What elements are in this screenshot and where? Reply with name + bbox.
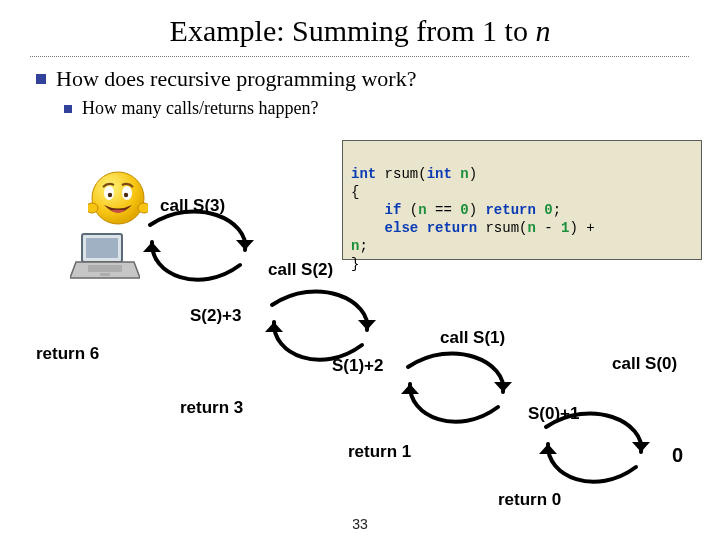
title-em: n xyxy=(535,14,550,47)
label-call-s1: call S(1) xyxy=(440,328,505,348)
smiley-icon xyxy=(88,168,148,228)
svg-marker-17 xyxy=(632,442,650,452)
label-call-s0: call S(0) xyxy=(612,354,677,374)
label-s2p3: S(2)+3 xyxy=(190,306,242,326)
svg-point-3 xyxy=(104,186,114,200)
svg-marker-15 xyxy=(494,382,512,392)
code-text xyxy=(351,202,385,218)
label-zero: 0 xyxy=(672,444,683,467)
code-var: n xyxy=(527,220,535,236)
svg-point-0 xyxy=(92,172,144,224)
code-text: ( xyxy=(401,202,418,218)
code-param: n xyxy=(460,166,468,182)
code-brace: { xyxy=(351,184,359,200)
bullet-square-icon xyxy=(64,105,72,113)
code-text: == xyxy=(427,202,461,218)
code-text: - xyxy=(536,220,561,236)
slide-title: Example: Summing from 1 to n xyxy=(0,14,720,48)
label-return-0: return 0 xyxy=(498,490,561,510)
recursion-arc-1 xyxy=(140,210,260,280)
code-num: 0 xyxy=(460,202,468,218)
bullet1-text: How does recursive programming work? xyxy=(56,66,416,91)
label-return-3: return 3 xyxy=(180,398,243,418)
code-text xyxy=(351,220,385,236)
code-num: 0 xyxy=(544,202,552,218)
title-text: Example: Summing from 1 to xyxy=(170,14,536,47)
svg-rect-9 xyxy=(88,265,122,272)
recursion-arc-2 xyxy=(262,290,382,360)
label-call-s2: call S(2) xyxy=(268,260,333,280)
code-text: rsum( xyxy=(477,220,527,236)
svg-marker-14 xyxy=(265,322,283,332)
svg-rect-10 xyxy=(100,273,110,276)
label-call-s3: call S(3) xyxy=(160,196,225,216)
label-return-1: return 1 xyxy=(348,442,411,462)
svg-marker-18 xyxy=(539,444,557,454)
svg-rect-8 xyxy=(86,238,118,258)
code-text xyxy=(418,220,426,236)
kw-return: return xyxy=(427,220,477,236)
title-underline xyxy=(30,56,690,57)
bullet-level-1: How does recursive programming work? xyxy=(36,66,416,92)
page-number: 33 xyxy=(0,516,720,532)
kw-if: if xyxy=(385,202,402,218)
code-brace: } xyxy=(351,256,359,272)
label-return-6: return 6 xyxy=(36,344,99,364)
code-text: ) xyxy=(469,166,477,182)
svg-point-5 xyxy=(108,193,112,197)
code-text: ) + xyxy=(570,220,604,236)
svg-marker-11 xyxy=(236,240,254,250)
code-text: ; xyxy=(359,238,367,254)
svg-marker-12 xyxy=(143,242,161,252)
svg-marker-16 xyxy=(401,384,419,394)
code-snippet: int rsum(int n) { if (n == 0) return 0; … xyxy=(342,140,702,260)
code-text xyxy=(452,166,460,182)
bullet-square-icon xyxy=(36,74,46,84)
svg-point-2 xyxy=(138,203,148,213)
laptop-icon xyxy=(70,232,140,282)
code-text: rsum( xyxy=(376,166,426,182)
kw-else: else xyxy=(385,220,419,236)
bullet-level-2: How many calls/returns happen? xyxy=(64,98,318,119)
kw-int: int xyxy=(427,166,452,182)
svg-point-6 xyxy=(124,193,128,197)
label-s1p2: S(1)+2 xyxy=(332,356,384,376)
code-text: ) xyxy=(469,202,486,218)
code-text: ; xyxy=(553,202,561,218)
kw-int: int xyxy=(351,166,376,182)
bullet2-text: How many calls/returns happen? xyxy=(82,98,318,118)
recursion-arc-3 xyxy=(398,352,518,422)
code-var: n xyxy=(418,202,426,218)
label-s0p1: S(0)+1 xyxy=(528,404,580,424)
code-num: 1 xyxy=(561,220,569,236)
slide: Example: Summing from 1 to n How does re… xyxy=(0,0,720,540)
kw-return: return xyxy=(485,202,535,218)
svg-marker-13 xyxy=(358,320,376,330)
svg-point-4 xyxy=(122,186,132,200)
svg-point-1 xyxy=(88,203,98,213)
